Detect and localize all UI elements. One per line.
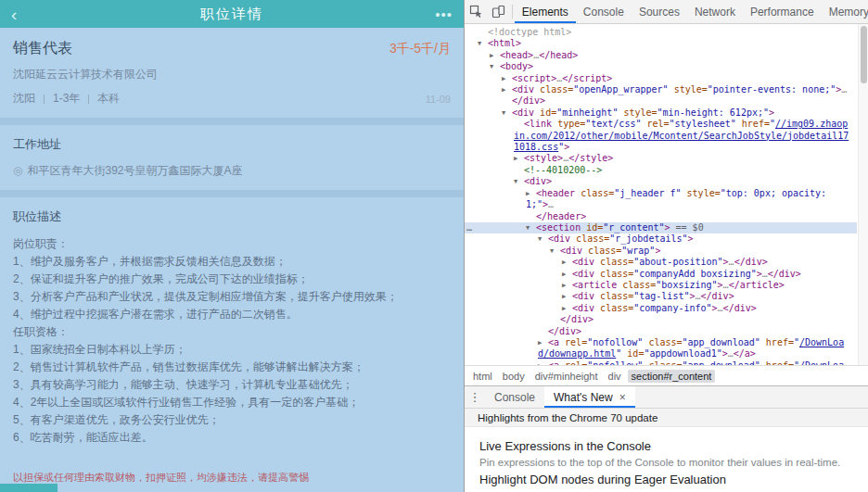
tree-arrow-icon[interactable]: ▼ (502, 107, 512, 119)
tree-arrow-icon[interactable]: ▶ (526, 188, 536, 199)
meta-divider (44, 95, 45, 104)
tab-elements[interactable]: Elements (515, 0, 576, 23)
dom-tree-row[interactable]: <link type="text/css" rel="stylesheet" h… (465, 119, 857, 153)
drawer-tab-bar: ⋮ Console What's New × (465, 385, 868, 408)
tree-arrow-icon[interactable]: ▶ (562, 291, 572, 302)
mobile-header: ‹ 职位详情 ••• (0, 0, 464, 28)
breadcrumb-item[interactable]: html (469, 370, 496, 383)
job-description-card: 职位描述 岗位职责：1、维护及服务客户，并根据需求反馈相关信息及数据；2、保证和… (0, 197, 464, 492)
dom-tree-row[interactable]: ▼<div id="minheight" style="min-height: … (465, 107, 857, 119)
tree-arrow-icon[interactable]: ▶ (562, 303, 572, 314)
dom-tree-row[interactable]: …▼<section id="r_content"> == $0 (465, 222, 857, 233)
breadcrumb-item[interactable]: div#minheight (531, 370, 602, 383)
job-experience: 1-3年 (53, 91, 80, 107)
breadcrumb-item[interactable]: section#r_content (628, 370, 716, 383)
bottom-bar-fragment[interactable] (0, 484, 57, 492)
job-summary-card: 销售代表 3千-5千/月 沈阳延云云计算技术有限公司 沈阳 1-3年 本科 11… (0, 28, 464, 118)
tree-arrow-icon[interactable]: ▶ (514, 153, 524, 164)
tree-arrow-icon[interactable]: ▼ (550, 246, 560, 257)
back-icon[interactable]: ‹ (11, 6, 17, 23)
whats-new-banner: Highlights from the Chrome 70 update (465, 408, 868, 427)
company-name: 沈阳延云云计算技术有限公司 (13, 67, 451, 82)
tree-arrow-icon[interactable]: ▶ (502, 73, 512, 84)
job-city: 沈阳 (13, 91, 35, 107)
tree-arrow-icon[interactable]: ▶ (502, 84, 512, 95)
inspect-element-icon[interactable] (465, 0, 487, 23)
description-line: 岗位职责： (13, 235, 451, 253)
scrollbar-thumb[interactable] (861, 26, 867, 83)
job-description-lines: 岗位职责：1、维护及服务客户，并根据需求反馈相关信息及数据；2、保证和提升客户的… (13, 235, 451, 447)
dom-tree: <!doctype html>▼<html>▶<head>…</head>▼<b… (465, 24, 868, 365)
dom-tree-row[interactable]: ▶<div class="tag-list">…</div> (465, 291, 857, 302)
address-line: ◎和平区青年大街392号皇朝万鑫国际大厦A座 (13, 163, 451, 179)
dom-tree-row[interactable]: ▼<html> (465, 38, 857, 49)
tree-arrow-icon[interactable]: ▼ (478, 38, 488, 49)
elements-scrollbar[interactable] (858, 24, 868, 365)
description-line: 2、保证和提升客户的推广效果，完成公司下达的业绩指标； (13, 271, 451, 288)
dom-tree-row[interactable]: ▼<div class="wrap"> (465, 246, 857, 257)
tree-arrow-icon[interactable]: ▶ (538, 337, 548, 348)
dom-tree-row[interactable]: ▼<div class="r_jobdetails"> (465, 233, 857, 245)
tree-arrow-icon[interactable]: ▼ (490, 61, 500, 72)
description-line: 4、维护过程中挖掘客户潜在需求，进行产品的二次销售。 (13, 306, 451, 323)
devtools-panel: ElementsConsoleSourcesNetworkPerformance… (464, 0, 868, 492)
dom-tree-row[interactable]: ▶<head>…</head> (465, 50, 857, 61)
dom-tree-row[interactable]: ▶<script>…</script> (465, 73, 857, 84)
breadcrumb-item[interactable]: body (499, 370, 529, 383)
dom-tree-row[interactable]: ▶<div class="company-info">…</div> (465, 303, 857, 314)
dom-tree-row[interactable]: ▼<body> (465, 61, 857, 72)
tree-arrow-icon[interactable]: ▼ (538, 233, 548, 245)
job-title-row: 销售代表 3千-5千/月 (13, 39, 451, 58)
tree-arrow-icon[interactable]: ▶ (562, 280, 572, 291)
kebab-menu-icon[interactable]: ⋮ (465, 386, 485, 408)
description-line: 4、2年以上全国或区域软件行业销售工作经验，具有一定的客户基础； (13, 394, 451, 411)
mobile-job-detail-page: ‹ 职位详情 ••• 销售代表 3千-5千/月 沈阳延云云计算技术有限公司 沈阳… (0, 0, 464, 492)
work-address-card: 工作地址 ◎和平区青年大街392号皇朝万鑫国际大厦A座 (0, 125, 464, 190)
more-menu-icon[interactable]: ••• (435, 6, 453, 22)
dom-tree-row[interactable]: ▶<a rel="nofollow" class="app_download" … (465, 360, 857, 365)
dom-tree-row[interactable]: ▶<div class="companyAdd boxsizing">…</di… (465, 269, 857, 280)
dom-tree-row[interactable]: ▶<div class="openApp_wrapper" style="poi… (465, 84, 857, 95)
meta-divider (88, 95, 89, 104)
dom-tree-row[interactable]: </div> (465, 326, 857, 337)
dom-tree-row[interactable]: </header> (465, 211, 857, 222)
more-actions-icon[interactable]: … (466, 222, 472, 233)
close-icon[interactable]: × (619, 391, 626, 404)
address-heading: 工作地址 (13, 136, 451, 153)
dom-tree-row[interactable]: </div> (465, 95, 857, 107)
tab-memory[interactable]: Memory (822, 0, 868, 23)
drawer-tab-console[interactable]: Console (485, 386, 544, 408)
drawer-tab-whats-new[interactable]: What's New × (544, 386, 635, 408)
dom-tree-row[interactable]: <!doctype html> (465, 27, 857, 38)
device-toolbar-icon[interactable] (487, 0, 509, 23)
tree-arrow-icon[interactable]: ▼ (514, 176, 524, 187)
tab-sources[interactable]: Sources (632, 0, 687, 23)
dom-tree-row[interactable]: ▼<div> (465, 176, 857, 187)
tree-arrow-icon[interactable]: ▼ (526, 222, 536, 233)
tab-network[interactable]: Network (687, 0, 743, 23)
tree-arrow-icon[interactable]: ▶ (538, 360, 548, 365)
whats-new-tab-label: What's New (554, 391, 613, 404)
dom-tree-row[interactable]: ▶<div class="about-position">…</div> (465, 257, 857, 268)
job-salary: 3千-5千/月 (389, 41, 451, 57)
dom-tree-row[interactable]: </div> (465, 314, 857, 325)
fraud-warning-text: 以担保或任何理由索取财物，扣押证照，均涉嫌违法，请提高警惕 (13, 471, 451, 485)
dom-tree-row[interactable]: ▶<a rel="nofollow" class="app_download" … (465, 337, 857, 360)
description-line: 3、分析客户产品和产业状况，提供及定制相应增值方案，提升客户使用效果； (13, 288, 451, 306)
tree-arrow-icon[interactable]: ▶ (562, 269, 572, 280)
job-meta-row: 沈阳 1-3年 本科 11-09 (13, 91, 451, 107)
tab-console[interactable]: Console (576, 0, 632, 23)
feature-title-live-expressions: Live Expressions in the Console (479, 439, 853, 453)
dom-tree-row[interactable]: ▶<article class="boxsizing">…</article> (465, 280, 857, 291)
post-date: 11-09 (426, 94, 451, 105)
tree-arrow-icon[interactable]: ▶ (562, 257, 572, 268)
feature-desc-live-expressions: Pin expressions to the top of the Consol… (479, 457, 853, 468)
tab-performance[interactable]: Performance (743, 0, 822, 23)
job-education: 本科 (97, 91, 120, 107)
description-line: 任职资格： (13, 323, 451, 341)
breadcrumb-item[interactable]: div (605, 370, 625, 383)
tree-arrow-icon[interactable]: ▶ (490, 50, 500, 61)
dom-tree-row[interactable]: ▶<header class="j_header f" style="top: … (465, 188, 857, 211)
dom-tree-row[interactable]: ▶<style>…</style> (465, 153, 857, 164)
dom-tree-row[interactable]: <!--4010200--> (465, 165, 857, 176)
